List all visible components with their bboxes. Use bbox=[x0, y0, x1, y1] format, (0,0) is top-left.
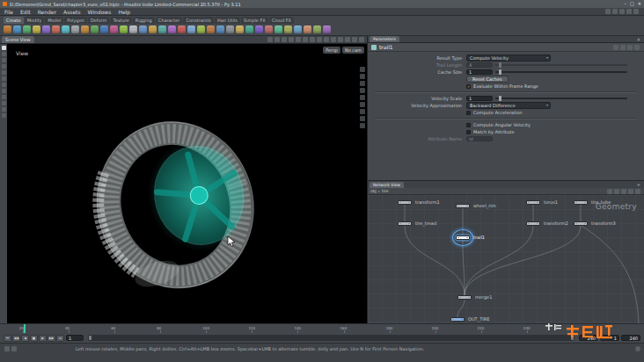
viewport-toolbar-icon[interactable] bbox=[331, 37, 336, 42]
shelf-tool-icon[interactable] bbox=[129, 25, 137, 33]
transport-button[interactable]: ▶ bbox=[39, 335, 47, 342]
node-transform2[interactable]: transform2 bbox=[526, 221, 540, 226]
shelf-tab-model[interactable]: Model bbox=[45, 17, 63, 24]
node-merge1[interactable]: merge1 bbox=[457, 295, 472, 300]
network-toolbar-icon[interactable] bbox=[621, 189, 626, 194]
node-box[interactable] bbox=[456, 204, 470, 208]
scene-tool-icon[interactable] bbox=[2, 64, 6, 69]
param-checkbox[interactable] bbox=[466, 111, 471, 115]
menubar-tool-icon[interactable] bbox=[619, 9, 625, 14]
current-frame-field[interactable]: 1 bbox=[66, 335, 84, 341]
node-OUT_TIRE[interactable]: OUT_TIRE bbox=[450, 317, 465, 322]
shelf-tool-icon[interactable] bbox=[158, 25, 166, 33]
shelf-tool-icon[interactable] bbox=[168, 25, 176, 33]
shelf-tool-icon[interactable] bbox=[207, 25, 215, 33]
menubar-tool-icon[interactable] bbox=[612, 9, 618, 14]
node-box[interactable] bbox=[526, 221, 540, 226]
node-tire_tube[interactable]: tire_tube bbox=[574, 200, 588, 205]
transport-button[interactable]: ⏮ bbox=[4, 335, 11, 342]
viewport-toolbar-icon[interactable] bbox=[359, 37, 364, 42]
timeline-ruler[interactable]: 20406080100120140160180200220240 bbox=[23, 324, 528, 333]
shelf-tab-modify[interactable]: Modify bbox=[25, 17, 45, 24]
node-transform1[interactable]: transform1 bbox=[398, 200, 412, 205]
shelf-tab-constraints[interactable]: Constraints bbox=[183, 17, 214, 24]
shelf-tool-icon[interactable] bbox=[313, 25, 321, 33]
param-checkbox[interactable] bbox=[466, 123, 471, 127]
camera-select-button[interactable]: No cam bbox=[342, 47, 364, 54]
param-field[interactable]: 1 bbox=[466, 69, 493, 75]
breadcrumb-root[interactable]: obj bbox=[370, 189, 377, 193]
viewport-toolbar-icon[interactable] bbox=[303, 37, 308, 42]
node-torus1[interactable]: torus1 bbox=[526, 200, 540, 205]
display-toggle-icon[interactable] bbox=[360, 116, 365, 121]
menu-file[interactable]: File bbox=[4, 8, 13, 16]
display-toggle-icon[interactable] bbox=[360, 88, 365, 93]
menubar-tool-icon[interactable] bbox=[633, 9, 639, 14]
node-trail1[interactable]: trail1 bbox=[456, 235, 470, 240]
shelf-tool-icon[interactable] bbox=[91, 25, 99, 33]
shelf-tab-cloud-fx[interactable]: Cloud FX bbox=[269, 17, 294, 24]
shelf-tool-icon[interactable] bbox=[197, 25, 205, 33]
scene-tool-icon[interactable] bbox=[2, 52, 6, 56]
shelf-tool-icon[interactable] bbox=[187, 25, 195, 33]
viewport-3d[interactable]: View Persp No cam bbox=[7, 44, 367, 323]
shelf-tool-icon[interactable] bbox=[81, 25, 89, 33]
viewport-toolbar-icon[interactable] bbox=[324, 37, 329, 42]
shelf-tool-icon[interactable] bbox=[245, 25, 253, 33]
close-icon[interactable]: ✕ bbox=[635, 36, 642, 43]
display-toggle-icon[interactable] bbox=[360, 74, 365, 79]
param-slider[interactable] bbox=[495, 71, 627, 73]
scene-tool-icon[interactable] bbox=[2, 101, 6, 105]
param-button[interactable]: Reset Caches bbox=[466, 76, 509, 83]
node-box[interactable] bbox=[456, 235, 470, 240]
shelf-tool-icon[interactable] bbox=[100, 25, 108, 33]
status-icon[interactable] bbox=[11, 346, 17, 351]
param-dropdown[interactable]: Backward Difference▾ bbox=[466, 102, 551, 109]
param-field[interactable]: id bbox=[466, 136, 493, 141]
add-tab-icon[interactable]: + bbox=[635, 181, 642, 188]
breadcrumb-leaf[interactable]: tire bbox=[382, 189, 389, 193]
transport-button[interactable]: ⏭ bbox=[56, 335, 64, 342]
shelf-tool-icon[interactable] bbox=[149, 25, 157, 33]
persp-view-button[interactable]: Persp bbox=[323, 47, 340, 54]
shelf-tab-create[interactable]: Create bbox=[4, 17, 24, 24]
display-toggle-icon[interactable] bbox=[360, 95, 365, 100]
transport-button[interactable]: ◀◀ bbox=[12, 335, 20, 342]
shelf-tab-rigging[interactable]: Rigging bbox=[133, 17, 155, 24]
shelf-tab-polygon[interactable]: Polygon bbox=[64, 17, 87, 24]
slider-handle[interactable] bbox=[499, 62, 501, 68]
shelf-tool-icon[interactable] bbox=[323, 25, 331, 33]
node-box[interactable] bbox=[398, 221, 412, 226]
network-toolbar-icon[interactable] bbox=[614, 189, 619, 194]
shelf-tool-icon[interactable] bbox=[13, 25, 21, 33]
node-box[interactable] bbox=[457, 295, 472, 300]
scene-tool-icon[interactable] bbox=[2, 58, 6, 62]
node-box[interactable] bbox=[398, 200, 412, 205]
node-box[interactable] bbox=[574, 200, 588, 205]
network-pane-tab[interactable]: Network View bbox=[370, 182, 404, 188]
node-wheel_rim[interactable]: wheel_rim bbox=[456, 204, 470, 208]
viewport-toolbar-icon[interactable] bbox=[338, 37, 343, 42]
viewport-toolbar-icon[interactable] bbox=[345, 37, 350, 42]
menu-assets[interactable]: Assets bbox=[63, 8, 81, 16]
params-header-icon[interactable] bbox=[620, 45, 626, 50]
viewport-toolbar-icon[interactable] bbox=[282, 37, 287, 42]
shelf-tool-icon[interactable] bbox=[284, 25, 292, 33]
scene-tool-icon[interactable] bbox=[2, 113, 6, 118]
params-header-icon[interactable] bbox=[634, 45, 640, 50]
network-toolbar-icon[interactable] bbox=[635, 189, 640, 194]
node-box[interactable] bbox=[450, 317, 465, 322]
display-toggle-icon[interactable] bbox=[360, 102, 365, 107]
shelf-tool-icon[interactable] bbox=[255, 25, 263, 33]
node-box[interactable] bbox=[574, 221, 588, 226]
scene-tool-icon[interactable] bbox=[2, 89, 6, 93]
node-box[interactable] bbox=[526, 200, 540, 205]
shelf-tool-icon[interactable] bbox=[42, 25, 50, 33]
shelf-tool-icon[interactable] bbox=[265, 25, 273, 33]
param-slider[interactable] bbox=[495, 98, 627, 99]
viewport-toolbar-icon[interactable] bbox=[289, 37, 294, 42]
shelf-tool-icon[interactable] bbox=[120, 25, 128, 33]
shelf-tool-icon[interactable] bbox=[33, 25, 40, 33]
close-icon[interactable]: ✕ bbox=[638, 0, 641, 8]
scene-tool-icon[interactable] bbox=[2, 83, 6, 87]
